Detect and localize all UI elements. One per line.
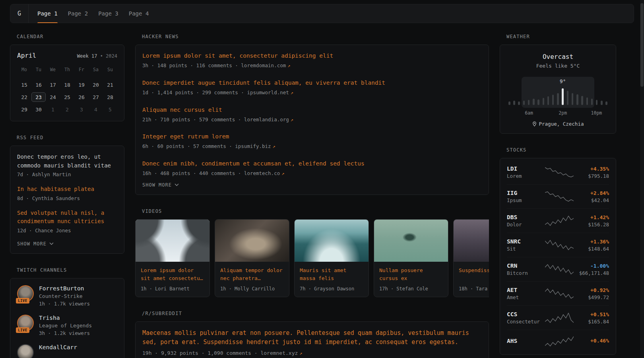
weather-time-label: 2pm	[559, 110, 567, 116]
weather-time-label: 10pm	[591, 110, 602, 116]
hn-item-title[interactable]: Donec imperdiet augue tincidunt felis al…	[142, 79, 482, 87]
stock-name: Amet	[507, 294, 542, 300]
stock-row[interactable]: CCS Consectetur +0.51% $165.84	[507, 305, 609, 330]
hn-item-meta: 6h · 60 points · 57 comments · ipsumify.…	[142, 143, 482, 150]
tab-page-2[interactable]: Page 2	[68, 4, 88, 23]
stock-symbol: CRN	[507, 263, 542, 269]
video-card[interactable]: Nullam posuere cursus ex 17h · Stefan Co…	[374, 219, 448, 297]
weather-time-label: 6am	[525, 110, 533, 116]
avatar-wrap: LIVE	[17, 315, 34, 331]
scrollbar-thumb[interactable]	[640, 3, 644, 87]
tab-page-4[interactable]: Page 4	[129, 4, 149, 23]
stock-sparkline	[545, 263, 574, 275]
calendar-weekday: Mo	[17, 65, 31, 74]
twitch-channel-row[interactable]: KendallCarr	[17, 344, 117, 358]
rss-item-title[interactable]: In hac habitasse platea	[17, 185, 117, 194]
stock-row[interactable]: DBS Dolor +1.42% $156.28	[507, 208, 609, 233]
twitch-channel-name[interactable]: ForrestBurton	[39, 285, 90, 292]
calendar-day-grid: 1516171819202122232425262728293012345	[17, 80, 117, 114]
video-card[interactable]: Mauris sit amet massa felis 7h · Grayson…	[294, 219, 369, 297]
calendar-month: April	[17, 52, 36, 59]
video-thumbnail	[454, 220, 489, 262]
external-link-icon[interactable]: ↗	[273, 144, 275, 149]
video-meta: 7h · Grayson Dawson	[300, 286, 363, 292]
hn-item-title[interactable]: Donec enim nibh, condimentum et accumsan…	[142, 160, 482, 168]
weather-hour-bar	[576, 94, 578, 105]
calendar-day: 20	[89, 80, 103, 90]
subreddit-post-title[interactable]: Maecenas mollis pulvinar erat non posuer…	[142, 329, 482, 347]
stock-price: $795.18	[588, 173, 609, 179]
weather-panel: Overcast Feels like 5°C 9° 6am 2pm 10pm …	[500, 45, 616, 134]
stock-price: $42.04	[590, 197, 609, 203]
video-thumbnail	[374, 220, 448, 262]
stock-row[interactable]: SNRC Sit +1.36% $148.64	[507, 233, 609, 257]
twitch-viewers: 3h · 1.2k viewers	[39, 330, 92, 336]
video-title: Nullam posuere cursus ex	[379, 267, 443, 282]
weather-hour-bar	[547, 96, 549, 105]
external-link-icon[interactable]: ↗	[287, 63, 290, 68]
app-logo[interactable]: G	[10, 4, 29, 23]
stock-price: $148.64	[588, 246, 609, 252]
rss-item-title[interactable]: Sed volutpat nulla nisl, a condimentum n…	[17, 209, 117, 226]
weather-hour-bar	[601, 101, 603, 105]
rss-item-title[interactable]: Donec tempor eros leo, ut commodo mauris…	[17, 153, 117, 170]
stock-sparkline	[545, 215, 574, 227]
hn-item-meta-text: 1d · 1,414 points · 299 comments · ipsum…	[142, 90, 289, 95]
subreddit-post-meta: 19h · 9,932 points · 1,090 comments · lo…	[142, 350, 482, 356]
hn-item-title[interactable]: Integer eget rutrum lorem	[142, 132, 482, 141]
calendar-day: 1	[46, 105, 60, 114]
twitch-channel-row[interactable]: LIVE Trisha League of Legends 3h · 1.2k …	[17, 315, 117, 336]
rss-item: In hac habitasse platea 8d · Cynthia Sau…	[17, 185, 117, 202]
calendar-day: 22	[17, 92, 31, 102]
twitch-channel-name[interactable]: KendallCarr	[39, 344, 77, 350]
video-card[interactable]: Lorem ipsum dolor sit amet consectetu… 1…	[135, 219, 210, 297]
external-link-icon[interactable]: ↗	[291, 90, 293, 95]
stock-row[interactable]: LDI Lorem +4.35% $795.18	[507, 160, 609, 184]
tab-page-1[interactable]: Page 1	[37, 4, 58, 23]
scrollbar[interactable]	[640, 0, 644, 358]
right-column: WEATHER Overcast Feels like 5°C 9° 6am 2…	[500, 34, 616, 358]
twitch-channel-name[interactable]: Trisha	[39, 315, 92, 321]
calendar-day: 16	[31, 80, 46, 90]
stock-change: +2.84%	[590, 190, 609, 196]
calendar-section-label: CALENDAR	[17, 34, 124, 39]
stock-price: $66,171.48	[579, 270, 609, 276]
hn-item: Aliquam nec cursus elit 21h · 710 points…	[142, 106, 482, 124]
video-title: Aliquam tempor dolor nec pharetra…	[220, 267, 284, 282]
video-card[interactable]: Suspendisse diam 18h · Tara	[453, 219, 489, 297]
stock-symbol: SNRC	[507, 238, 542, 245]
stock-row[interactable]: IIG Ipsum +2.84% $42.04	[507, 184, 609, 208]
stock-price: $165.84	[588, 319, 609, 325]
weather-hour-bar	[562, 88, 564, 105]
calendar-day: 17	[46, 80, 60, 90]
video-meta: 1h · Molly Carrillo	[220, 286, 284, 292]
calendar-separator: •	[100, 53, 103, 59]
weather-hour-bar	[523, 101, 525, 105]
external-link-icon[interactable]: ↗	[281, 171, 284, 176]
stock-row[interactable]: CRN Bitcorn -1.00% $66,171.48	[507, 257, 609, 281]
hn-item-title[interactable]: Lorem ipsum dolor sit amet, consectetur …	[142, 52, 482, 60]
hn-item: Donec enim nibh, condimentum et accumsan…	[142, 160, 482, 177]
show-more-button[interactable]: SHOW MORE	[17, 241, 54, 247]
hn-item-meta-text: 16h · 468 points · 440 comments · loremt…	[142, 170, 280, 176]
stock-sparkline	[545, 166, 574, 178]
rss-item-meta: 8d · Cynthia Saunders	[17, 195, 117, 202]
topbar: G Page 1 Page 2 Page 3 Page 4	[10, 4, 634, 23]
show-more-button[interactable]: SHOW MORE	[142, 182, 179, 188]
stocks-section-label: STOCKS	[506, 147, 616, 153]
rss-item: Donec tempor eros leo, ut commodo mauris…	[17, 153, 117, 179]
calendar-weekday: Tu	[31, 65, 46, 74]
hn-item-title[interactable]: Aliquam nec cursus elit	[142, 106, 482, 114]
stock-row[interactable]: AET Amet +0.92% $499.72	[507, 281, 609, 305]
hn-item-meta: 1d · 1,414 points · 299 comments · ipsum…	[142, 89, 482, 97]
tab-page-3[interactable]: Page 3	[98, 4, 118, 23]
calendar-day: 15	[17, 80, 31, 90]
stock-row[interactable]: AHS +0.46%	[507, 330, 609, 352]
video-thumbnail	[215, 220, 289, 262]
video-card[interactable]: Aliquam tempor dolor nec pharetra… 1h · …	[215, 219, 289, 297]
twitch-channel-row[interactable]: LIVE ForrestBurton Counter-Strike 1h · 1…	[17, 285, 117, 307]
stock-price: $499.72	[588, 294, 609, 300]
weather-hour-bar	[513, 101, 515, 105]
external-link-icon[interactable]: ↗	[291, 117, 293, 123]
external-link-icon[interactable]: ↗	[299, 350, 302, 356]
